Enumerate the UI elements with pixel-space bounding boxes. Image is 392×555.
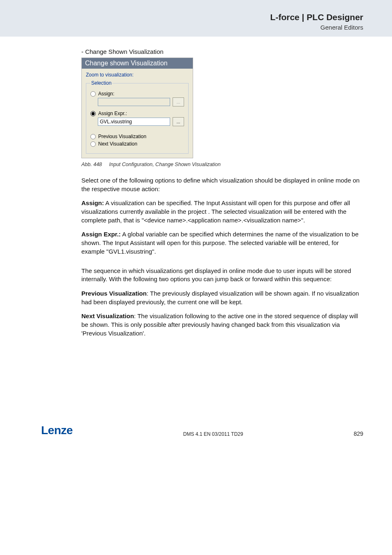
assign-label: Assign: xyxy=(98,91,114,97)
next-lead: Next Visualization xyxy=(81,312,134,319)
paragraph-next: Next Visualization: The visualization fo… xyxy=(81,312,363,338)
figure-number: Abb. 448 xyxy=(81,162,102,167)
previous-lead: Previous Visualization xyxy=(81,290,147,297)
paragraph-intro: Select one of the following options to d… xyxy=(81,176,363,193)
footer: Lenze DMS 4.1 EN 03/2011 TD29 829 xyxy=(41,424,363,437)
paragraph-previous: Previous Visualization: The previously d… xyxy=(81,289,363,306)
assign-expr-label: Assign Expr.: xyxy=(98,111,127,116)
next-visualization-label: Next Visualization xyxy=(98,141,137,147)
dialog-title: Change shown Visualization xyxy=(82,58,193,69)
previous-visualization-label: Previous Visualization xyxy=(98,134,146,139)
assign-input-row: ... xyxy=(98,97,184,106)
dialog-body: Zoom to visualization: Selection Assign:… xyxy=(82,69,193,158)
paragraph-assign: Assign: A visualization can be specified… xyxy=(81,199,363,224)
previous-visualization-radio[interactable] xyxy=(90,134,96,139)
header-title: L-force | PLC Designer xyxy=(0,12,363,22)
next-visualization-radio[interactable] xyxy=(90,141,96,147)
footer-page-number: 829 xyxy=(354,430,363,437)
selection-group: Selection Assign: ... Assign Expr.: ... xyxy=(86,80,189,154)
assign-expr-body: A global variable can be specified which… xyxy=(81,231,359,254)
change-visualization-dialog: Change shown Visualization Zoom to visua… xyxy=(81,58,193,158)
assign-expr-lead: Assign Expr.: xyxy=(81,231,121,238)
content: - Change Shown Visualization Change show… xyxy=(81,48,363,338)
assign-body: A visualization can be specified. The In… xyxy=(81,199,350,223)
previous-radio-row: Previous Visualization xyxy=(90,134,184,139)
assign-browse-button[interactable]: ... xyxy=(173,97,184,106)
zoom-label: Zoom to visualization: xyxy=(86,72,189,78)
figure-caption-text: Input Configuration, Change Shown Visual… xyxy=(109,162,221,167)
paragraph-assign-expr: Assign Expr.: A global variable can be s… xyxy=(81,230,363,256)
header-subtitle: General Editors xyxy=(0,24,363,31)
assign-expr-radio-row: Assign Expr.: xyxy=(90,111,184,116)
assign-expr-browse-button[interactable]: ... xyxy=(173,117,184,126)
section-heading: - Change Shown Visualization xyxy=(81,48,363,55)
selection-legend: Selection xyxy=(90,80,112,86)
assign-expr-input-row: ... xyxy=(98,117,184,126)
brand-logo: Lenze xyxy=(41,424,73,437)
paragraph-sequence: The sequence in which visualizations get… xyxy=(81,267,363,284)
assign-radio[interactable] xyxy=(90,91,96,97)
figure-caption: Abb. 448 Input Configuration, Change Sho… xyxy=(81,162,363,167)
assign-radio-row: Assign: xyxy=(90,91,184,97)
next-radio-row: Next Visualization xyxy=(90,141,184,147)
header-band: L-force | PLC Designer General Editors xyxy=(0,0,392,37)
assign-lead: Assign: xyxy=(81,199,104,206)
assign-expr-radio[interactable] xyxy=(90,111,96,116)
footer-doc-id: DMS 4.1 EN 03/2011 TD29 xyxy=(183,431,243,437)
assign-input[interactable] xyxy=(98,98,170,106)
assign-expr-input[interactable] xyxy=(98,118,170,126)
